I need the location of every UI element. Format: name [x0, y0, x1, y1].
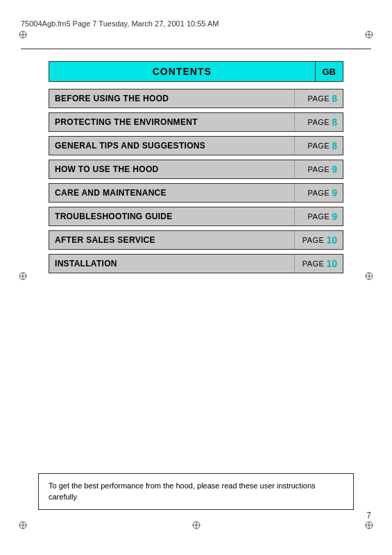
- toc-label-4: CARE AND MAINTENANCE: [49, 184, 294, 202]
- page-word-4: PAGE: [307, 189, 330, 197]
- toc-page-5: PAGE 9: [294, 207, 343, 225]
- toc-label-3: HOW TO USE THE HOOD: [49, 160, 294, 178]
- toc-row-5: TROUBLESHOOTING GUIDE PAGE 9: [49, 207, 343, 226]
- contents-gb-label: GB: [315, 61, 344, 82]
- toc-page-4: PAGE 9: [294, 184, 343, 202]
- page-word-5: PAGE: [307, 212, 330, 221]
- page-word-6: PAGE: [302, 236, 325, 244]
- toc-page-0: PAGE 8: [294, 89, 343, 108]
- toc-page-1: PAGE 8: [294, 113, 343, 131]
- reg-mark-bot-right: [364, 520, 375, 531]
- page-word-7: PAGE: [302, 259, 325, 268]
- page-num-3: 9: [332, 164, 337, 175]
- toc-page-6: PAGE 10: [294, 231, 343, 249]
- page-num-4: 9: [332, 187, 337, 198]
- reg-mark-mid-left: [17, 271, 28, 282]
- page-num-0: 8: [332, 93, 337, 104]
- toc-label-6: AFTER SALES SERVICE: [49, 231, 294, 249]
- page-word-2: PAGE: [307, 142, 330, 150]
- page-num-5: 9: [332, 211, 337, 222]
- contents-header: CONTENTS GB: [49, 61, 343, 82]
- toc-row-4: CARE AND MAINTENANCE PAGE 9: [49, 183, 343, 203]
- toc-row-6: AFTER SALES SERVICE PAGE 10: [49, 230, 343, 250]
- reg-mark-top-left: [17, 29, 28, 40]
- page-word-0: PAGE: [307, 94, 330, 103]
- toc-row-7: INSTALLATION PAGE 10: [49, 254, 343, 273]
- reg-mark-mid-right: [364, 271, 375, 282]
- toc-row-0: BEFORE USING THE HOOD PAGE 8: [49, 89, 343, 108]
- page-number: 7: [366, 511, 371, 520]
- contents-title: CONTENTS: [49, 61, 315, 82]
- toc-label-7: INSTALLATION: [49, 255, 294, 273]
- toc-label-5: TROUBLESHOOTING GUIDE: [49, 207, 294, 225]
- toc-label-2: GENERAL TIPS AND SUGGESTIONS: [49, 137, 294, 155]
- bottom-note: To get the best performance from the hoo…: [38, 473, 354, 510]
- header-bar: 75004Agb.fm5 Page 7 Tuesday, March 27, 2…: [21, 19, 371, 28]
- reg-mark-bot-mid: [191, 520, 202, 531]
- page-word-3: PAGE: [307, 165, 330, 173]
- reg-mark-bot-left: [17, 520, 28, 531]
- page-num-2: 8: [332, 140, 337, 151]
- toc-row-1: PROTECTING THE ENVIRONMENT PAGE 8: [49, 112, 343, 132]
- toc-page-3: PAGE 9: [294, 160, 343, 178]
- page: 75004Agb.fm5 Page 7 Tuesday, March 27, 2…: [0, 0, 392, 555]
- page-num-6: 10: [326, 234, 337, 246]
- filename-label: 75004Agb.fm5 Page 7 Tuesday, March 27, 2…: [21, 19, 219, 28]
- page-num-1: 8: [332, 117, 337, 128]
- toc-label-1: PROTECTING THE ENVIRONMENT: [49, 113, 294, 131]
- reg-mark-top-right: [364, 29, 375, 40]
- page-num-7: 10: [326, 258, 337, 269]
- toc-row-2: GENERAL TIPS AND SUGGESTIONS PAGE 8: [49, 136, 343, 155]
- page-word-1: PAGE: [307, 118, 330, 126]
- toc-page-2: PAGE 8: [294, 137, 343, 155]
- toc-row-3: HOW TO USE THE HOOD PAGE 9: [49, 160, 343, 179]
- header-rule: [21, 49, 371, 49]
- toc-label-0: BEFORE USING THE HOOD: [49, 89, 294, 108]
- toc-page-7: PAGE 10: [294, 255, 343, 273]
- content-area: CONTENTS GB BEFORE USING THE HOOD PAGE 8…: [49, 61, 343, 278]
